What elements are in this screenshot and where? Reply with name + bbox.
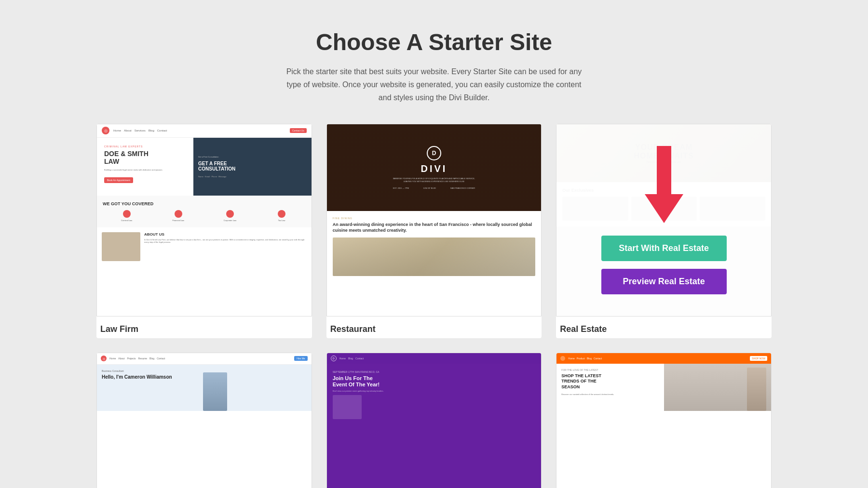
event-nav-logo: D [331, 356, 337, 361]
real-estate-label: Real Estate [556, 317, 772, 338]
starter-site-grid: ◎ Home About Services Blog Contact Conta… [96, 124, 772, 488]
card-law-firm: ◎ Home About Services Blog Contact Conta… [96, 124, 312, 338]
personal-preview[interactable]: ◎ Home About Projects Resume Blog Contac… [96, 353, 312, 488]
page-container: Choose A Starter Site Pick the starter s… [0, 0, 868, 488]
restaurant-logo: D [427, 146, 441, 160]
start-real-estate-button[interactable]: Start With Real Estate [601, 236, 727, 261]
card-event: D Home Blog Contact SEPTEMBER 17TH SAN F… [326, 353, 542, 488]
card-personal: ◎ Home About Projects Resume Blog Contac… [96, 353, 312, 488]
card-fashion: Home Product Blog Contact SHOP NOW FOR T… [556, 353, 772, 488]
event-preview[interactable]: D Home Blog Contact SEPTEMBER 17TH SAN F… [326, 353, 542, 488]
law-nav-logo: ◎ [102, 127, 109, 134]
law-nav-btn: Contact Us [290, 128, 307, 133]
law-firm-label: Law Firm [96, 317, 312, 338]
law-nav-links: Home About Services Blog Contact [113, 129, 286, 132]
header: Choose A Starter Site Pick the starter s… [10, 29, 858, 105]
real-estate-overlay: Start With Real Estate Preview Real Esta… [556, 124, 771, 316]
fashion-preview[interactable]: Home Product Blog Contact SHOP NOW FOR T… [556, 353, 772, 488]
restaurant-preview[interactable]: D DIVI IMMERSE YOURSELF IN A WORLD OF EX… [326, 124, 542, 317]
arrow-down-icon [645, 146, 683, 223]
card-restaurant: D DIVI IMMERSE YOURSELF IN A WORLD OF EX… [326, 124, 542, 338]
card-real-estate: YOUR DREAMHOME AWAITS Find the perfect p… [556, 124, 772, 338]
restaurant-label: Restaurant [326, 317, 542, 338]
law-firm-preview[interactable]: ◎ Home About Services Blog Contact Conta… [96, 124, 312, 317]
preview-real-estate-button[interactable]: Preview Real Estate [601, 269, 727, 294]
personal-nav-logo: ◎ [101, 356, 107, 361]
page-subtitle: Pick the starter site that best suits yo… [280, 65, 588, 105]
page-title: Choose A Starter Site [10, 29, 858, 55]
real-estate-preview[interactable]: YOUR DREAMHOME AWAITS Find the perfect p… [556, 124, 772, 317]
fashion-nav-logo [560, 356, 565, 361]
